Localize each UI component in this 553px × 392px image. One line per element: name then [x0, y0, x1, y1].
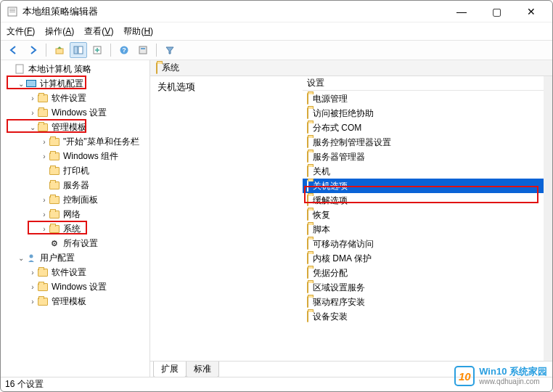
- up-button[interactable]: [51, 42, 68, 58]
- export-button[interactable]: [89, 42, 106, 58]
- content: ▶ 本地计算机 策略 ⌄计算机配置›软件设置›Windows 设置⌄管理模板›"…: [1, 60, 552, 377]
- list-item-label: 脚本: [313, 224, 330, 236]
- properties-button[interactable]: [134, 42, 152, 58]
- chevron-right-icon[interactable]: ›: [28, 94, 37, 102]
- chevron-none-icon: ›: [40, 240, 49, 248]
- tree-node[interactable]: ›⚙所有设置: [1, 236, 149, 250]
- help-button[interactable]: ?: [115, 42, 133, 58]
- tree-node-label: Windows 设置: [52, 281, 107, 293]
- minimize-button[interactable]: —: [451, 4, 472, 19]
- tree-node[interactable]: ›控制面板: [1, 192, 149, 207]
- chevron-down-icon[interactable]: ⌄: [17, 80, 25, 88]
- tree-node-label: 软件设置: [52, 92, 86, 105]
- chevron-right-icon[interactable]: ›: [28, 298, 37, 306]
- tree-node[interactable]: ›网络: [1, 207, 149, 221]
- window-title: 本地组策略编辑器: [22, 5, 451, 18]
- tree-node[interactable]: ›打印机: [1, 163, 149, 178]
- chevron-down-icon[interactable]: ⌄: [17, 254, 25, 262]
- chevron-right-icon[interactable]: ›: [40, 211, 49, 219]
- list-item[interactable]: 关机选项: [303, 179, 544, 193]
- menu-action[interactable]: 操作(A): [45, 25, 74, 38]
- menubar: 文件(F) 操作(A) 查看(V) 帮助(H): [1, 23, 552, 40]
- chevron-none-icon: ›: [40, 167, 49, 175]
- folder-icon: [307, 166, 308, 176]
- tree-node-label: 计算机配置: [40, 78, 83, 90]
- chevron-right-icon[interactable]: ›: [28, 109, 37, 117]
- list-item[interactable]: 凭据分配: [303, 266, 544, 280]
- folder-icon: [37, 282, 49, 292]
- list-item[interactable]: 区域设置服务: [303, 280, 544, 295]
- chevron-down-icon[interactable]: ⌄: [28, 123, 37, 131]
- list-item[interactable]: 缓解选项: [303, 193, 544, 208]
- close-button[interactable]: ✕: [520, 4, 542, 19]
- folder-icon: [156, 63, 157, 73]
- list-item-label: 区域设置服务: [313, 282, 365, 294]
- folder-icon: [37, 107, 49, 118]
- menu-file[interactable]: 文件(F): [7, 25, 35, 38]
- tree-node[interactable]: ›"开始"菜单和任务栏: [1, 134, 149, 149]
- maximize-button[interactable]: ▢: [486, 4, 507, 19]
- tree-node[interactable]: ›服务器: [1, 178, 149, 192]
- list-item-label: 服务控制管理器设置: [313, 136, 391, 149]
- tree-root[interactable]: ▶ 本地计算机 策略: [1, 62, 149, 76]
- svg-rect-5: [74, 46, 78, 54]
- list-item[interactable]: 脚本: [303, 222, 544, 237]
- tree-pane: ▶ 本地计算机 策略 ⌄计算机配置›软件设置›Windows 设置⌄管理模板›"…: [1, 60, 150, 377]
- right-pane: 系统 关机选项 设置 电源管理访问被拒绝协助分布式 COM服务控制管理器设置服务…: [150, 60, 552, 377]
- tree-node-label: "开始"菜单和任务栏: [63, 136, 139, 148]
- list-item-label: 内核 DMA 保护: [313, 253, 372, 265]
- list-item[interactable]: 访问被拒绝协助: [303, 106, 544, 121]
- toolbar-separator: [46, 44, 46, 57]
- svg-rect-3: [9, 12, 15, 12]
- chevron-right-icon[interactable]: ›: [40, 152, 49, 160]
- list-item[interactable]: 关机: [303, 164, 544, 179]
- list-item[interactable]: 服务控制管理器设置: [303, 135, 544, 150]
- tree-node[interactable]: ›软件设置: [1, 265, 149, 279]
- list-item[interactable]: 驱动程序安装: [303, 295, 544, 309]
- list-item[interactable]: 服务器管理器: [303, 150, 544, 164]
- chevron-none-icon: ▶: [5, 65, 14, 73]
- tree-node[interactable]: ›Windows 设置: [1, 105, 149, 120]
- list-item-label: 分布式 COM: [313, 122, 361, 134]
- chevron-right-icon[interactable]: ›: [40, 138, 49, 146]
- menu-help[interactable]: 帮助(H): [123, 25, 153, 38]
- tree-node[interactable]: ›Windows 组件: [1, 149, 149, 163]
- folder-icon: [49, 195, 60, 205]
- gear-icon: ⚙: [49, 238, 60, 248]
- tree-node[interactable]: ⌄计算机配置: [1, 76, 149, 91]
- list-item[interactable]: 设备安装: [303, 309, 544, 324]
- chevron-right-icon[interactable]: ›: [28, 269, 37, 277]
- svg-rect-4: [56, 49, 63, 54]
- tree-node[interactable]: ⌄用户配置: [1, 250, 149, 265]
- filter-button[interactable]: [161, 42, 179, 58]
- forward-button[interactable]: [24, 42, 41, 58]
- status-text: 16 个设置: [5, 378, 44, 391]
- menu-view[interactable]: 查看(V): [84, 25, 113, 38]
- tree-node-label: 服务器: [63, 179, 89, 192]
- tree-node[interactable]: ›Windows 设置: [1, 279, 149, 294]
- list-column-header[interactable]: 设置: [303, 76, 544, 91]
- chevron-right-icon[interactable]: ›: [40, 196, 49, 204]
- list-item-label: 设备安装: [313, 311, 348, 323]
- back-button[interactable]: [5, 42, 22, 58]
- list-item[interactable]: 内核 DMA 保护: [303, 251, 544, 266]
- svg-rect-1: [9, 9, 15, 9]
- folder-icon: [307, 224, 308, 234]
- tree-node[interactable]: ›软件设置: [1, 91, 149, 105]
- chevron-right-icon[interactable]: ›: [40, 225, 49, 233]
- folder-icon: [307, 268, 308, 278]
- show-tree-button[interactable]: [70, 42, 87, 58]
- chevron-none-icon: ›: [40, 181, 49, 189]
- tab-extended[interactable]: 扩展: [153, 362, 187, 377]
- toolbar-separator: [110, 44, 111, 57]
- list-item[interactable]: 分布式 COM: [303, 121, 544, 135]
- list-item[interactable]: 可移动存储访问: [303, 237, 544, 251]
- tree-node[interactable]: ›管理模板: [1, 294, 149, 309]
- tree-node[interactable]: ⌄管理模板: [1, 120, 149, 134]
- chevron-right-icon[interactable]: ›: [28, 283, 37, 291]
- tree-node-label: 控制面板: [63, 194, 98, 206]
- list-item[interactable]: 电源管理: [303, 91, 544, 106]
- tree-node[interactable]: ›系统: [1, 221, 149, 236]
- tab-standard[interactable]: 标准: [186, 362, 219, 377]
- list-item[interactable]: 恢复: [303, 208, 544, 222]
